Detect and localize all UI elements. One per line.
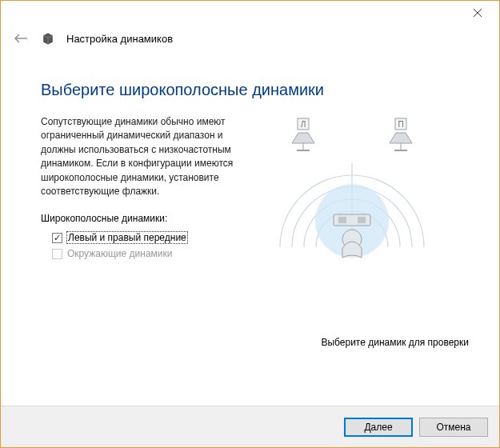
checkbox-front-lr[interactable]: Левый и правый передние: [52, 232, 241, 243]
checkbox-front-lr-label: Левый и правый передние: [67, 232, 187, 243]
next-button[interactable]: Далее: [344, 418, 413, 437]
page-title: Настройка динамиков: [66, 33, 173, 45]
header: Настройка динамиков: [1, 28, 499, 47]
speaker-diagram-svg: Л П: [260, 115, 444, 283]
footer: Далее Отмена: [1, 406, 499, 447]
text-column: Сопутствующие динамики обычно имеют огра…: [41, 115, 241, 283]
dialog-window: Настройка динамиков Выберите широкополос…: [0, 0, 500, 448]
back-arrow-icon: [14, 34, 28, 43]
hint-text: Выберите динамик для проверки: [321, 337, 469, 348]
svg-rect-9: [358, 217, 366, 223]
close-icon: [474, 9, 482, 17]
right-speaker-icon[interactable]: П: [390, 118, 412, 150]
left-speaker-letter: Л: [301, 120, 306, 129]
checkbox-surround-label: Окружающие динамики: [67, 248, 172, 259]
right-speaker-letter: П: [398, 120, 403, 129]
svg-marker-16: [390, 133, 412, 143]
body-row: Сопутствующие динамики обычно имеют огра…: [41, 115, 469, 283]
cancel-button[interactable]: Отмена: [419, 418, 488, 437]
checkbox-surround: Окружающие динамики: [52, 248, 241, 259]
svg-marker-12: [292, 133, 314, 143]
titlebar: [1, 1, 499, 28]
main-heading: Выберите широкополосные динамики: [41, 81, 469, 99]
speaker-cube-icon: [41, 31, 55, 46]
close-button[interactable]: [459, 1, 496, 25]
left-speaker-icon[interactable]: Л: [292, 118, 314, 150]
checkbox-front-lr-box[interactable]: [52, 233, 62, 243]
checkbox-surround-box: [52, 249, 62, 259]
speaker-diagram: Л П: [260, 115, 469, 283]
description-text: Сопутствующие динамики обычно имеют огра…: [41, 115, 241, 198]
back-button[interactable]: [12, 30, 30, 47]
svg-rect-8: [338, 217, 346, 223]
section-label: Широкополосные динамики:: [41, 213, 241, 224]
content-area: Выберите широкополосные динамики Сопутст…: [1, 47, 499, 406]
